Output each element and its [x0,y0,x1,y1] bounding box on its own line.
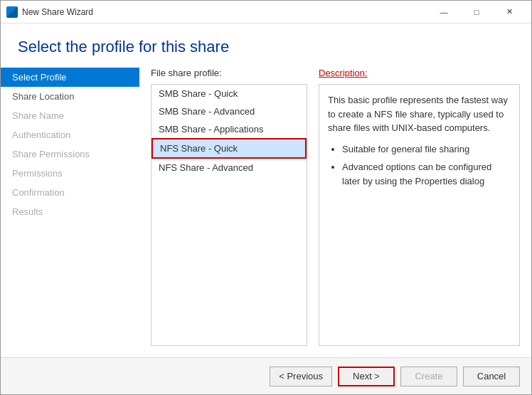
profile-item-smb-quick[interactable]: SMB Share - Quick [151,85,307,102]
profile-list: SMB Share - QuickSMB Share - AdvancedSMB… [151,84,307,346]
sidebar-item-share-location[interactable]: Share Location [1,87,139,106]
wizard-footer: < Previous Next > Create Cancel [1,357,531,394]
right-content: File share profile: SMB Share - QuickSMB… [139,68,531,357]
wizard-window: New Share Wizard — □ ✕ Select the profil… [0,0,532,395]
sidebar-item-permissions: Permissions [1,164,139,183]
sidebar-item-results: Results [1,202,139,221]
page-title: Select the profile for this share [1,23,531,68]
window-icon [6,6,18,18]
description-label: Description: [319,68,520,78]
profile-item-nfs-quick[interactable]: NFS Share - Quick [151,138,307,159]
description-text: This basic profile represents the fastes… [328,95,508,133]
description-bullets: Suitable for general file sharingAdvance… [328,142,511,189]
maximize-button[interactable]: □ [460,1,493,23]
description-bullet: Advanced options can be configured later… [342,160,511,188]
window-title: New Share Wizard [22,7,427,17]
title-bar: New Share Wizard — □ ✕ [1,1,531,23]
close-button[interactable]: ✕ [493,1,526,23]
sidebar-item-confirmation: Confirmation [1,183,139,202]
window-controls: — □ ✕ [427,1,526,23]
main-area: Select ProfileShare LocationShare NameAu… [1,68,531,357]
profile-section-label: File share profile: [151,68,307,78]
description-section: Description: This basic profile represen… [319,68,520,346]
cancel-button[interactable]: Cancel [463,367,520,386]
next-button[interactable]: Next > [338,367,395,386]
create-button[interactable]: Create [400,367,457,386]
previous-button[interactable]: < Previous [270,367,332,386]
profile-item-smb-advanced[interactable]: SMB Share - Advanced [151,102,307,120]
sidebar-item-share-permissions: Share Permissions [1,144,139,164]
minimize-button[interactable]: — [427,1,460,23]
sidebar-item-select-profile[interactable]: Select Profile [1,68,139,87]
profile-section: File share profile: SMB Share - QuickSMB… [151,68,307,346]
sidebar-item-share-name: Share Name [1,106,139,125]
description-box: This basic profile represents the fastes… [319,84,520,346]
sidebar: Select ProfileShare LocationShare NameAu… [1,68,139,357]
profile-item-nfs-advanced[interactable]: NFS Share - Advanced [151,159,307,177]
profile-item-smb-applications[interactable]: SMB Share - Applications [151,120,307,138]
description-bullet: Suitable for general file sharing [342,142,511,157]
wizard-content: Select the profile for this share Select… [1,23,531,357]
sidebar-item-authentication: Authentication [1,125,139,144]
